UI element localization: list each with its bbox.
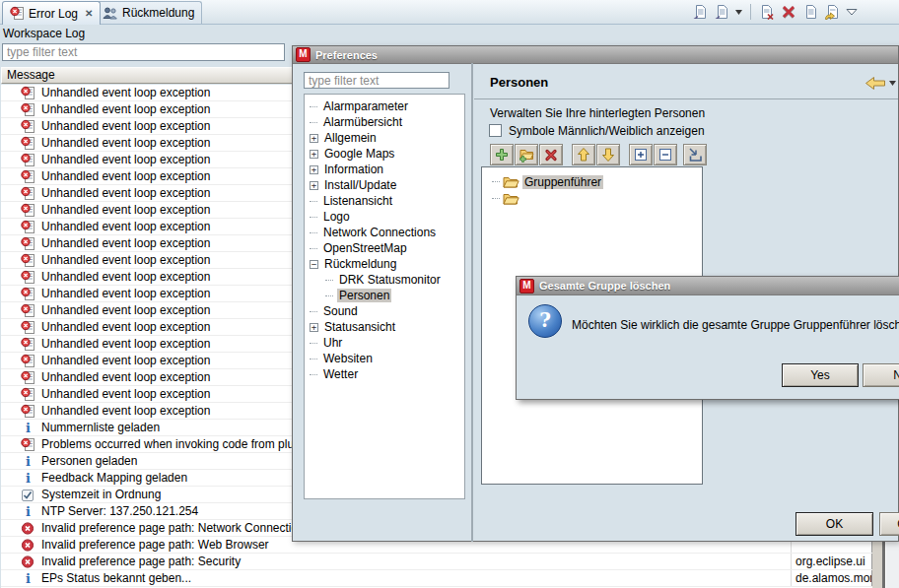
tree-connector	[310, 106, 317, 107]
view-menu-icon[interactable]	[846, 8, 858, 16]
cancel-button[interactable]: Cancel	[879, 512, 899, 536]
move-up-button[interactable]	[572, 144, 595, 165]
question-icon: ?	[528, 304, 562, 338]
pref-tree-item[interactable]: Websiten	[305, 351, 464, 366]
pref-tree-item[interactable]: Alarmübersicht	[305, 114, 464, 130]
expand-icon[interactable]: +	[310, 150, 318, 159]
back-arrow-icon[interactable]	[864, 76, 886, 91]
pref-tree-item[interactable]: +Google Maps	[305, 146, 464, 162]
collapse-icon[interactable]: −	[310, 260, 318, 269]
log-row-message: iEPs Status bekannt geben...	[1, 570, 792, 586]
log-row-text: Problems occurred when invoking code fro…	[41, 437, 316, 451]
error-log-entry-icon	[21, 337, 35, 352]
expand-icon[interactable]: +	[310, 134, 318, 143]
log-row-text: Unhandled event loop exception	[41, 387, 210, 401]
pref-tree-item-label: Network Connections	[321, 226, 438, 239]
yes-button[interactable]: Yes	[782, 363, 859, 387]
svg-text:i: i	[26, 454, 31, 469]
pref-tree-item-label: Wetter	[321, 367, 360, 381]
no-button[interactable]: No	[863, 363, 899, 387]
delete-log-icon[interactable]	[759, 4, 775, 20]
delete-button[interactable]	[539, 144, 563, 165]
pref-tree-item[interactable]: Network Connections	[305, 225, 464, 240]
tab-bar: Error Log ✕ Rückmeldung	[0, 0, 899, 25]
pref-tree-item[interactable]: Logo	[305, 209, 464, 225]
log-row-text: Unhandled event loop exception	[41, 287, 210, 300]
restore-log-icon[interactable]	[824, 4, 840, 20]
pref-tree-item-label: Alarmübersicht	[321, 115, 404, 129]
error-log-entry-icon	[21, 287, 35, 301]
log-row-text: Unhandled event loop exception	[41, 270, 210, 284]
tree-connector	[310, 122, 317, 123]
svg-text:i: i	[26, 571, 31, 586]
preferences-filter-input[interactable]	[304, 72, 450, 89]
symbole-checkbox[interactable]	[489, 124, 502, 137]
collapse-all-button[interactable]	[654, 144, 677, 165]
error-circle-icon	[21, 521, 35, 536]
pref-tree-item[interactable]: −Rückmeldung	[305, 256, 464, 272]
preferences-tree: AlarmparameterAlarmübersicht+Allgemein+G…	[304, 94, 465, 499]
folder-icon	[503, 175, 519, 188]
import-button[interactable]	[683, 144, 707, 165]
workspace-log-label: Workspace Log	[3, 27, 85, 40]
close-icon[interactable]: ✕	[85, 8, 93, 19]
import-log-icon[interactable]	[714, 4, 729, 20]
add-person-button[interactable]	[490, 144, 514, 165]
tab-rueckmeldung[interactable]: Rückmeldung	[94, 1, 202, 24]
error-log-entry-icon	[21, 203, 35, 218]
pref-tree-item[interactable]: +Information	[305, 162, 464, 177]
log-filter-input[interactable]	[2, 43, 285, 61]
error-circle-icon	[21, 538, 35, 553]
tree-connector	[310, 232, 317, 233]
pref-tree-item[interactable]: Alarmparameter	[305, 98, 464, 114]
expand-all-button[interactable]	[629, 144, 653, 165]
history-dropdown-icon[interactable]	[889, 81, 896, 86]
sash-divider[interactable]	[471, 63, 473, 542]
tree-connector	[310, 201, 317, 202]
pref-tree-item[interactable]: Personen	[305, 288, 464, 303]
dropdown-arrow-icon[interactable]	[735, 10, 742, 15]
export-log-icon[interactable]	[692, 4, 708, 20]
log-row[interactable]: Invalid preference page path: Securityor…	[1, 554, 872, 570]
pref-tree-item[interactable]: Uhr	[305, 335, 464, 351]
pref-tree-item[interactable]: +Install/Update	[305, 177, 464, 193]
error-log-entry-icon	[21, 270, 35, 285]
info-icon: i	[21, 454, 35, 469]
people-icon	[102, 6, 118, 21]
error-log-entry-icon	[21, 404, 35, 419]
pref-tree-item[interactable]: Listenansicht	[305, 193, 464, 209]
log-row-text: Unhandled event loop exception	[41, 203, 210, 217]
expand-icon[interactable]: +	[310, 181, 318, 190]
pref-tree-item[interactable]: Wetter	[305, 366, 464, 382]
dialog-titlebar[interactable]: M Preferences	[293, 46, 898, 64]
clear-log-icon[interactable]	[781, 4, 796, 20]
pref-tree-item[interactable]: +Allgemein	[305, 130, 464, 146]
ok-button[interactable]: OK	[795, 512, 873, 536]
pref-tree-item[interactable]: +Statusansicht	[305, 319, 464, 335]
pref-tree-item[interactable]: Sound	[305, 303, 464, 319]
dialog-titlebar[interactable]: M Gesamte Gruppe löschen	[517, 277, 899, 295]
log-row-message: Invalid preference page path: Security	[1, 554, 792, 569]
error-circle-icon	[21, 555, 35, 569]
pref-tree-item[interactable]: DRK Statusmonitor	[305, 272, 464, 288]
add-person-icon	[494, 147, 510, 163]
log-row-text: Unhandled event loop exception	[41, 136, 210, 150]
tab-error-log[interactable]: Error Log ✕	[2, 1, 101, 25]
tree-connector	[492, 181, 500, 182]
dialog-title: Preferences	[315, 49, 378, 61]
pref-tree-item[interactable]: OpenStreetMap	[305, 240, 464, 256]
log-row[interactable]: iEPs Status bekannt geben...de.alamos.mo…	[1, 570, 872, 587]
log-row-text: Unhandled event loop exception	[41, 253, 210, 267]
expand-icon[interactable]: +	[310, 323, 318, 332]
group-tree-item[interactable]: Gruppenführer	[482, 173, 702, 190]
error-log-entry-icon	[21, 186, 35, 201]
move-up-icon	[576, 147, 591, 163]
group-tree-item[interactable]	[482, 190, 702, 207]
pref-tree-item-label: Statusansicht	[322, 320, 397, 334]
move-down-button[interactable]	[596, 144, 620, 165]
error-log-entry-icon	[21, 253, 35, 268]
open-log-icon[interactable]	[802, 4, 818, 20]
expand-icon[interactable]: +	[310, 165, 318, 174]
info-icon: i	[21, 471, 35, 486]
add-group-button[interactable]	[515, 144, 538, 165]
